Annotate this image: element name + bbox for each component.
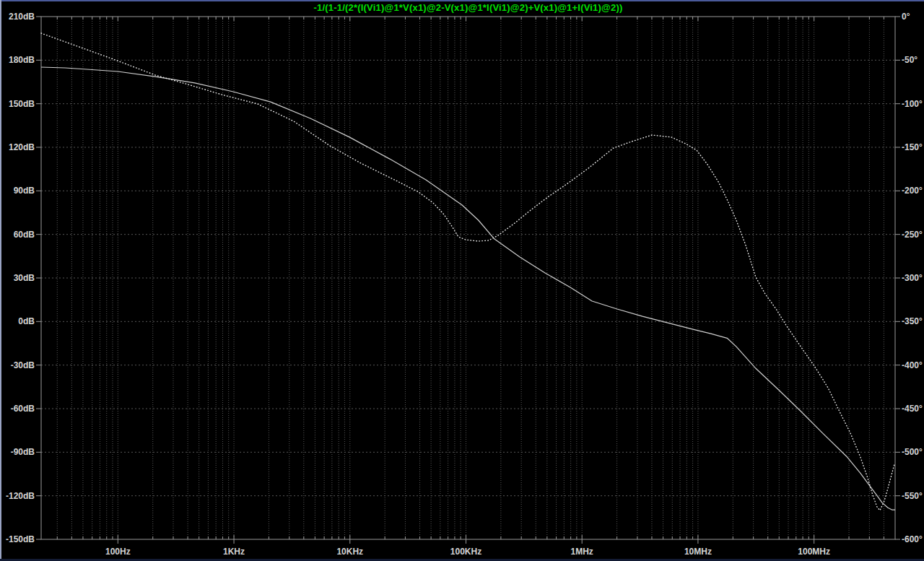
y-left-axis-label: -120dB — [6, 491, 35, 501]
x-axis-label: 1KHz — [223, 547, 245, 557]
y-left-axis-label: 30dB — [14, 273, 35, 283]
y-right-axis-label: -100° — [902, 99, 923, 109]
y-left-axis-label: 150dB — [9, 99, 35, 109]
y-right-axis-label: -300° — [902, 273, 923, 283]
y-left-axis-label: 0dB — [18, 316, 35, 326]
magnitude-trace — [41, 67, 895, 510]
y-right-axis-label: -450° — [902, 404, 923, 414]
y-right-axis-label: -250° — [902, 230, 923, 240]
y-right-axis-label: -50° — [902, 55, 918, 65]
x-axis-label: 100MHz — [798, 547, 830, 557]
x-axis-label: 10MHz — [684, 547, 712, 557]
y-right-axis-label: 0° — [902, 12, 910, 22]
y-left-axis-label: -150dB — [6, 534, 35, 544]
y-left-axis-label: 90dB — [14, 186, 35, 196]
window-border-left — [0, 0, 1, 561]
y-right-axis-label: -350° — [902, 316, 923, 326]
bode-plot: 210dB180dB150dB120dB90dB60dB30dB0dB-30dB… — [0, 0, 924, 561]
x-axis-label: 100KHz — [450, 547, 481, 557]
y-left-axis-label: -60dB — [11, 404, 35, 414]
y-right-axis-label: -400° — [902, 360, 923, 370]
y-left-axis-label: -30dB — [11, 360, 35, 370]
x-axis-label: 100Hz — [105, 547, 131, 557]
x-axis-label: 1MHz — [571, 547, 593, 557]
y-left-axis-label: 60dB — [14, 230, 35, 240]
y-right-axis-label: -150° — [902, 142, 923, 152]
y-right-axis-label: -200° — [902, 186, 923, 196]
x-axis-label: 10KHz — [336, 547, 363, 557]
y-right-axis-label: -550° — [902, 491, 923, 501]
phase-trace — [41, 33, 894, 510]
y-left-axis-label: -90dB — [11, 447, 35, 457]
y-left-axis-label: 180dB — [9, 55, 35, 65]
y-left-axis-label: 120dB — [9, 142, 35, 152]
window-border-top — [0, 0, 924, 1]
y-right-axis-label: -500° — [902, 447, 923, 457]
y-left-axis-label: 210dB — [9, 12, 35, 22]
waveform-viewer-pane: -1/(1-1/(2*(I(Vi1)@1*V(x1)@2-V(x1)@1*I(V… — [0, 0, 924, 561]
y-right-axis-label: -600° — [902, 534, 923, 544]
